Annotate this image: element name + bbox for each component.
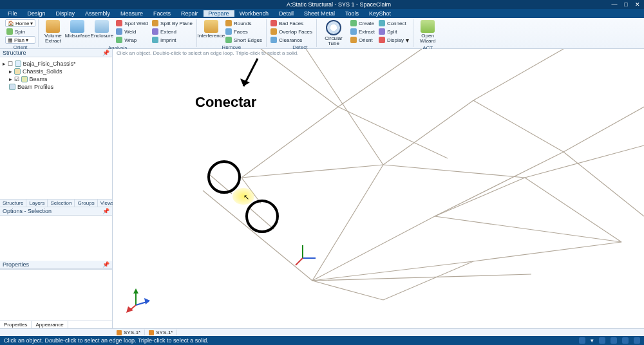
short-edges-button[interactable]: Short Edges xyxy=(224,36,263,44)
faces-button[interactable]: Faces xyxy=(224,28,263,35)
spin-button[interactable]: Spin xyxy=(5,28,35,35)
svg-line-32 xyxy=(296,258,303,265)
menu-facets[interactable]: Facets xyxy=(148,10,176,17)
menu-measure[interactable]: Measure xyxy=(115,10,148,17)
svg-line-3 xyxy=(312,261,473,281)
status-icon[interactable] xyxy=(622,337,629,344)
bad-faces-button[interactable]: Bad Faces xyxy=(269,19,314,27)
menu-design[interactable]: Design xyxy=(23,10,51,17)
status-icon[interactable] xyxy=(579,337,585,344)
wrap-button[interactable]: Wrap xyxy=(115,36,149,44)
menu-assembly[interactable]: Assembly xyxy=(80,10,115,17)
view-triad-icon[interactable] xyxy=(124,287,150,313)
beam-orient-button[interactable]: Orient xyxy=(349,36,376,44)
open-wizard-button[interactable]: Open Wizard xyxy=(416,19,439,44)
menu-repair[interactable]: Repair xyxy=(176,10,204,17)
menu-bar: FileDesignDisplayAssemblyMeasureFacetsRe… xyxy=(0,9,644,18)
tree-node[interactable]: ▸ ☑ Beams xyxy=(1,75,111,83)
status-bar: Click an object. Double-click to select … xyxy=(0,336,644,345)
side-tab-layers[interactable]: Layers xyxy=(26,200,48,207)
extend-button[interactable]: Extend xyxy=(151,28,194,35)
menu-sheet-metal[interactable]: Sheet Metal xyxy=(299,10,340,17)
menu-keyshot[interactable]: KeyShot xyxy=(364,10,396,17)
svg-line-9 xyxy=(242,165,383,178)
maximize-button[interactable]: □ xyxy=(622,1,630,8)
rounds-button[interactable]: Rounds xyxy=(224,19,263,27)
spot-weld-button[interactable]: Spot Weld xyxy=(115,19,149,27)
tree-node[interactable]: ▸ Chassis_Solids xyxy=(1,68,111,75)
svg-line-12 xyxy=(312,165,383,281)
main-area: Structure📌 ▸ ☐ Baja_Fisic_Chassis* ▸ Cha… xyxy=(0,49,644,328)
ribbon-group-analysis: Volume Extract Midsurface Enclosure Spot… xyxy=(39,19,197,47)
menu-detail[interactable]: Detail xyxy=(274,10,299,17)
svg-line-18 xyxy=(525,178,621,242)
panel-tab-appearance[interactable]: Appearance xyxy=(32,321,68,328)
plan-view-dropdown[interactable]: ▦ Plan ▾ xyxy=(5,36,35,44)
svg-line-2 xyxy=(312,281,383,300)
document-tab[interactable]: SYS-1* xyxy=(113,330,145,335)
beam-split-button[interactable]: Split xyxy=(377,28,410,35)
properties-panel xyxy=(0,269,112,321)
structure-tree[interactable]: ▸ ☐ Baja_Fisic_Chassis* ▸ Chassis_Solids… xyxy=(0,57,112,199)
svg-line-6 xyxy=(242,107,338,178)
tree-node[interactable]: Beam Profiles xyxy=(1,83,111,91)
midsurface-button[interactable]: Midsurface xyxy=(66,19,89,39)
window-title: A:Static Structural - SYS 1 - SpaceClaim xyxy=(287,1,391,8)
viewport-3d[interactable]: Click an object. Double-click to select … xyxy=(113,49,644,328)
menu-tools[interactable]: Tools xyxy=(340,10,364,17)
options-panel-header: Options - Selection📌 xyxy=(0,207,112,216)
svg-line-16 xyxy=(564,152,644,216)
overlap-faces-button[interactable]: Overlap Faces xyxy=(269,28,314,35)
menu-workbench[interactable]: Workbench xyxy=(234,10,274,17)
svg-line-20 xyxy=(435,178,525,216)
beam-display-button[interactable]: Display ▾ xyxy=(377,36,410,44)
svg-marker-29 xyxy=(240,79,250,86)
status-icon[interactable] xyxy=(611,337,617,344)
svg-line-19 xyxy=(435,152,564,216)
svg-marker-34 xyxy=(133,288,138,294)
interference-button[interactable]: Interference xyxy=(200,19,223,39)
svg-line-25 xyxy=(306,49,383,165)
properties-panel-header: Properties📌 xyxy=(0,261,112,269)
clearance-button[interactable]: Clearance xyxy=(269,36,314,44)
side-tab-strip: StructureLayersSelectionGroupsViews xyxy=(0,199,112,207)
side-tab-groups[interactable]: Groups xyxy=(75,200,97,207)
split-by-plane-button[interactable]: Split By Plane xyxy=(151,19,194,27)
menu-file[interactable]: File xyxy=(3,10,23,17)
imprint-button[interactable]: Imprint xyxy=(151,36,194,44)
circular-tube-button[interactable]: Circular Tube xyxy=(319,19,348,47)
status-dropdown[interactable]: ▾ xyxy=(591,337,594,344)
enclosure-button[interactable]: Enclosure xyxy=(90,19,113,39)
beam-create-button[interactable]: Create xyxy=(349,19,376,27)
ribbon-group-remove: Interference Rounds Faces Short Edges Re… xyxy=(197,19,267,47)
status-icon[interactable] xyxy=(599,337,605,344)
annotation-arrow-icon xyxy=(238,55,264,94)
menu-display[interactable]: Display xyxy=(51,10,80,17)
svg-line-21 xyxy=(435,216,621,242)
beam-connect-button[interactable]: Connect xyxy=(377,19,410,27)
svg-line-13 xyxy=(473,49,564,100)
status-text: Click an object. Double-click to select … xyxy=(4,337,209,344)
side-tab-structure[interactable]: Structure xyxy=(0,200,26,207)
weld-button[interactable]: Weld xyxy=(115,28,149,35)
document-tab[interactable]: SYS-1* xyxy=(145,330,177,335)
tree-root[interactable]: ▸ ☐ Baja_Fisic_Chassis* xyxy=(1,60,111,68)
side-tab-selection[interactable]: Selection xyxy=(48,200,75,207)
volume-extract-button[interactable]: Volume Extract xyxy=(41,19,64,44)
minimize-button[interactable]: — xyxy=(611,1,618,8)
panel-pin-icon[interactable]: 📌 xyxy=(102,50,109,56)
beam-extract-button[interactable]: Extract xyxy=(349,28,376,35)
ribbon-group-beams: Circular Tube Create Extract Orient Conn… xyxy=(317,19,413,47)
ribbon-group-detect: Bad Faces Overlap Faces Clearance Detect xyxy=(267,19,317,47)
wireframe-model xyxy=(113,49,644,329)
ribbon: 🏠 Home ▾ Spin ▦ Plan ▾ Orient Volume Ext… xyxy=(0,18,644,49)
menu-prepare[interactable]: Prepare xyxy=(204,10,234,17)
panel-tab-properties[interactable]: Properties xyxy=(0,321,32,328)
svg-line-24 xyxy=(261,49,338,107)
svg-line-7 xyxy=(338,49,422,107)
ribbon-group-orient: 🏠 Home ▾ Spin ▦ Plan ▾ Orient xyxy=(3,19,39,47)
close-button[interactable]: ✕ xyxy=(634,1,641,8)
annotation-circle xyxy=(207,160,241,194)
home-view-dropdown[interactable]: 🏠 Home ▾ xyxy=(5,19,35,27)
status-icon[interactable] xyxy=(634,337,640,344)
